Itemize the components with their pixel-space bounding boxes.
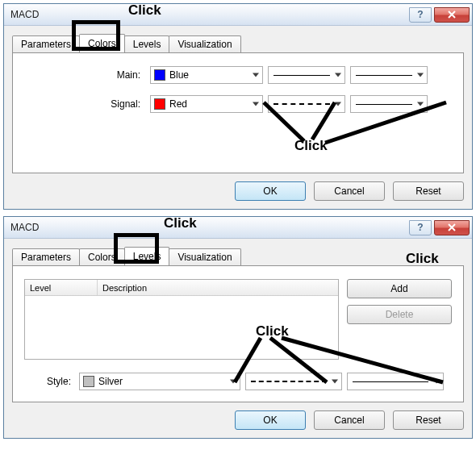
style-color-name: Silver xyxy=(98,376,123,387)
signal-color-name: Red xyxy=(169,98,187,110)
delete-button[interactable]: Delete xyxy=(347,305,452,324)
ok-button[interactable]: OK xyxy=(235,410,306,430)
tabs: Parameters Colors Levels Visualization xyxy=(12,34,464,53)
levels-listbox[interactable]: Level Description xyxy=(24,279,339,360)
row-main: Main: Blue xyxy=(24,66,452,84)
chevron-down-icon xyxy=(417,102,424,106)
main-swatch xyxy=(154,69,165,81)
tab-colors[interactable]: Colors xyxy=(79,248,125,266)
line-preview xyxy=(273,103,330,105)
macd-dialog-colors: Click Click MACD ? Parameters Colors Lev… xyxy=(3,3,473,210)
main-color-name: Blue xyxy=(169,69,189,81)
col-description[interactable]: Description xyxy=(98,280,338,295)
cancel-button[interactable]: Cancel xyxy=(314,410,385,430)
cancel-button[interactable]: Cancel xyxy=(314,181,385,201)
label-signal: Signal: xyxy=(24,98,145,110)
chevron-down-icon xyxy=(253,73,259,77)
style-linewidth-select[interactable] xyxy=(347,373,444,390)
tab-parameters[interactable]: Parameters xyxy=(12,35,80,53)
tab-levels[interactable]: Levels xyxy=(124,247,170,266)
main-linestyle-select[interactable] xyxy=(268,66,345,84)
style-linestyle-select[interactable] xyxy=(245,373,342,390)
titlebar: MACD ? xyxy=(4,217,472,239)
chevron-down-icon xyxy=(332,380,338,384)
col-level[interactable]: Level xyxy=(25,280,98,295)
line-preview xyxy=(356,104,412,105)
macd-dialog-levels: Click Click Click MACD ? Parameters Colo… xyxy=(3,216,473,439)
chevron-down-icon xyxy=(253,102,259,106)
add-button[interactable]: Add xyxy=(347,279,452,298)
levels-header: Level Description xyxy=(25,280,338,296)
close-button[interactable] xyxy=(434,220,470,235)
label-main: Main: xyxy=(24,69,145,81)
signal-linestyle-select[interactable] xyxy=(268,95,345,113)
signal-swatch xyxy=(154,98,165,110)
title-text: MACD xyxy=(10,9,409,20)
ok-button[interactable]: OK xyxy=(235,181,306,201)
tab-visualization[interactable]: Visualization xyxy=(169,248,240,266)
close-button[interactable] xyxy=(434,7,470,23)
titlebar: MACD ? xyxy=(4,4,472,26)
reset-button[interactable]: Reset xyxy=(393,410,464,430)
label-style: Style: xyxy=(24,376,74,387)
row-style: Style: Silver xyxy=(24,373,452,390)
style-color-select[interactable]: Silver xyxy=(79,373,240,390)
tab-colors[interactable]: Colors xyxy=(79,34,125,53)
signal-color-select[interactable]: Red xyxy=(150,95,263,113)
chevron-down-icon xyxy=(335,102,341,106)
line-preview xyxy=(273,75,330,76)
tab-levels[interactable]: Levels xyxy=(124,35,170,53)
chevron-down-icon xyxy=(335,73,341,77)
dialog-buttons: OK Cancel Reset xyxy=(4,402,472,438)
dialog-buttons: OK Cancel Reset xyxy=(4,173,472,209)
colors-tab-content: Main: Blue Sign xyxy=(12,52,464,173)
chevron-down-icon xyxy=(417,73,424,77)
help-button[interactable]: ? xyxy=(409,7,432,23)
help-button[interactable]: ? xyxy=(409,220,432,235)
line-preview xyxy=(251,381,327,382)
tab-visualization[interactable]: Visualization xyxy=(169,35,240,53)
levels-tab-content: Level Description Add Delete Style: Silv… xyxy=(12,265,464,402)
chevron-down-icon xyxy=(433,380,440,384)
style-swatch xyxy=(83,376,94,387)
line-preview xyxy=(356,75,412,76)
tab-parameters[interactable]: Parameters xyxy=(12,248,80,266)
signal-linewidth-select[interactable] xyxy=(350,95,428,113)
tabs: Parameters Colors Levels Visualization xyxy=(12,247,464,266)
main-color-select[interactable]: Blue xyxy=(150,66,263,84)
title-text: MACD xyxy=(10,222,409,233)
row-signal: Signal: Red xyxy=(24,95,452,113)
main-linewidth-select[interactable] xyxy=(350,66,428,84)
line-preview xyxy=(353,381,428,382)
chevron-down-icon xyxy=(230,380,236,384)
reset-button[interactable]: Reset xyxy=(393,181,464,201)
